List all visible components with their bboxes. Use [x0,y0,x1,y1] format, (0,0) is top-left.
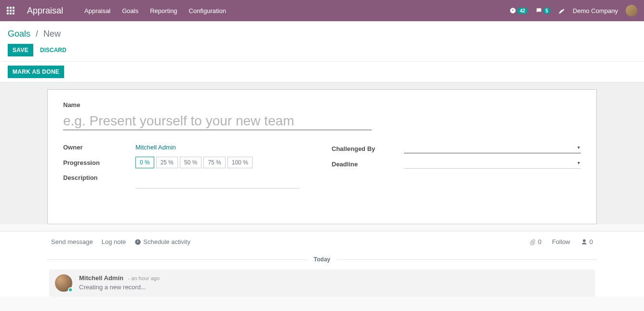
progression-label: Progression [63,159,135,166]
name-input[interactable] [63,110,372,130]
challenged-by-label: Challenged By [332,145,404,152]
developer-tools-icon[interactable] [558,7,565,14]
activity-indicator[interactable]: 42 [510,7,527,14]
chatter-message: Mitchell Admin - an hour ago Creating a … [49,270,595,297]
attachment-count[interactable]: 0 [529,238,541,245]
description-label: Description [63,174,135,181]
name-label: Name [63,101,581,108]
log-note-tab[interactable]: Log note [102,238,126,245]
progression-options: 0 % 25 % 50 % 75 % 100 % [135,157,312,168]
nav-menu: Appraisal Goals Reporting Configuration [84,7,226,14]
breadcrumb-root[interactable]: Goals [8,29,30,39]
send-message-tab[interactable]: Send message [51,238,93,245]
schedule-activity-tab[interactable]: Schedule activity [134,238,190,245]
save-button[interactable]: SAVE [8,44,33,56]
description-input[interactable] [135,178,299,189]
paperclip-icon [529,239,536,245]
challenged-by-input[interactable] [404,144,581,153]
message-body: Creating a new record... [79,284,160,291]
message-author[interactable]: Mitchell Admin [79,274,123,282]
form-sheet: Name Owner Mitchell Admin Progression 0 … [47,89,597,224]
progression-100[interactable]: 100 % [228,157,253,168]
breadcrumb-current: New [43,29,61,39]
presence-dot-icon [68,287,73,292]
apps-icon[interactable] [7,7,14,14]
message-time: - an hour ago [128,275,160,281]
breadcrumb-separator: / [36,29,38,39]
user-icon [581,239,588,245]
deadline-input[interactable] [404,159,581,169]
activity-badge: 42 [517,8,527,14]
nav-item-goals[interactable]: Goals [122,7,138,14]
chat-icon [536,7,542,14]
follower-count[interactable]: 0 [581,238,593,245]
nav-item-configuration[interactable]: Configuration [189,7,226,14]
progression-25[interactable]: 25 % [156,157,178,168]
breadcrumb: Goals / New [8,26,636,44]
discard-button[interactable]: DISCARD [40,47,67,54]
company-name[interactable]: Demo Company [573,7,618,14]
progression-75[interactable]: 75 % [203,157,225,168]
owner-value[interactable]: Mitchell Admin [135,144,176,151]
chatter-date-separator: Today [307,256,337,263]
clock-icon [510,7,516,14]
progression-0[interactable]: 0 % [135,157,154,168]
discuss-badge: 5 [543,8,551,14]
nav-item-appraisal[interactable]: Appraisal [84,7,110,14]
progression-50[interactable]: 50 % [180,157,201,168]
discuss-indicator[interactable]: 5 [536,7,551,14]
message-avatar [55,274,72,292]
deadline-label: Deadline [332,161,404,168]
nav-item-reporting[interactable]: Reporting [150,7,177,14]
follow-button[interactable]: Follow [552,238,570,245]
mark-as-done-button[interactable]: MARK AS DONE [8,66,64,78]
user-avatar[interactable] [626,5,637,16]
app-brand: Appraisal [27,6,63,16]
clock-icon [134,239,141,245]
owner-label: Owner [63,144,135,151]
